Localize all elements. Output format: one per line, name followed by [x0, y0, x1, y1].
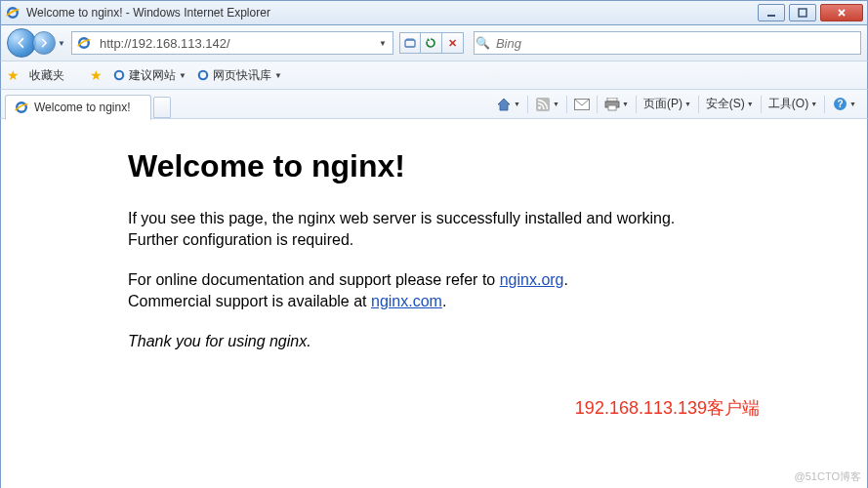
- home-icon: [496, 97, 512, 112]
- search-icon: 🔍: [475, 36, 492, 50]
- read-mail-button[interactable]: [571, 95, 593, 114]
- title-bar: Welcome to nginx! - Windows Internet Exp…: [0, 0, 868, 25]
- nginx-intro-text: If you see this page, the nginx web serv…: [128, 208, 714, 252]
- watermark: @51CTO博客: [795, 469, 861, 484]
- svg-point-9: [538, 106, 541, 109]
- tab-active[interactable]: Welcome to nginx!: [5, 95, 151, 120]
- window-title: Welcome to nginx! - Windows Internet Exp…: [26, 6, 758, 20]
- minimize-button[interactable]: [758, 4, 785, 21]
- refresh-button[interactable]: [421, 32, 442, 54]
- page-menu[interactable]: 页面(P) ▼: [641, 94, 694, 114]
- page-heading: Welcome to nginx!: [128, 148, 828, 184]
- svg-rect-2: [799, 9, 806, 17]
- svg-point-6: [199, 71, 207, 79]
- ie-icon: [5, 5, 21, 20]
- nav-bar: ▼ ▼ ✕ 🔍: [0, 25, 868, 61]
- search-box[interactable]: 🔍: [474, 31, 861, 55]
- close-button[interactable]: [820, 4, 863, 21]
- rss-icon: [535, 97, 551, 112]
- fav-suggested-sites[interactable]: 建议网站 ▼: [112, 67, 186, 84]
- favorites-bar: ★ 收藏夹 ★ 建议网站 ▼ 网页快讯库 ▼: [0, 61, 868, 90]
- feeds-button[interactable]: ▼: [532, 95, 562, 114]
- address-controls: ✕: [399, 32, 464, 54]
- safety-menu[interactable]: 安全(S) ▼: [703, 94, 757, 114]
- nginx-doc-text: For online documentation and support ple…: [128, 269, 714, 313]
- tools-menu[interactable]: 工具(O) ▼: [765, 94, 820, 114]
- nginx-org-link[interactable]: nginx.org: [500, 271, 564, 288]
- favorites-star-icon[interactable]: ★: [7, 67, 20, 83]
- stop-button[interactable]: ✕: [442, 32, 464, 54]
- maximize-button[interactable]: [789, 4, 816, 21]
- nginx-thanks-text: Thank you for using nginx.: [128, 331, 714, 352]
- favorites-label[interactable]: 收藏夹: [29, 67, 64, 84]
- fav-web-slice[interactable]: 网页快讯库 ▼: [196, 67, 282, 84]
- svg-rect-4: [405, 40, 415, 47]
- command-bar: Welcome to nginx! ▼ ▼ ▼ 页面(P) ▼ 安全(S) ▼ …: [0, 90, 868, 119]
- nginx-com-link[interactable]: nginx.com: [371, 293, 442, 309]
- favorites-add-icon[interactable]: ★: [90, 67, 103, 83]
- svg-point-5: [115, 71, 123, 79]
- nav-history-dropdown[interactable]: ▼: [58, 39, 65, 48]
- client-annotation: 192.168.113.139客户端: [575, 396, 760, 420]
- svg-rect-1: [767, 15, 775, 17]
- page-content: Welcome to nginx! If you see this page, …: [0, 119, 868, 488]
- tab-icon: [14, 100, 29, 115]
- help-button[interactable]: ?▼: [829, 95, 859, 114]
- search-input[interactable]: [492, 34, 860, 53]
- tab-title: Welcome to nginx!: [34, 101, 131, 114]
- help-icon: ?: [832, 97, 847, 112]
- svg-text:?: ?: [837, 99, 843, 109]
- window-controls: [758, 4, 863, 21]
- mail-icon: [574, 97, 590, 112]
- svg-rect-11: [607, 98, 617, 102]
- forward-button[interactable]: [32, 31, 56, 55]
- print-icon: [604, 97, 620, 112]
- address-bar[interactable]: ▼: [71, 31, 393, 55]
- address-dropdown[interactable]: ▼: [373, 39, 393, 48]
- site-icon: [76, 35, 92, 51]
- print-button[interactable]: ▼: [601, 95, 632, 114]
- compat-button[interactable]: [399, 32, 421, 54]
- svg-rect-13: [608, 105, 616, 110]
- new-tab-button[interactable]: [153, 97, 171, 118]
- url-input[interactable]: [96, 34, 373, 53]
- home-button[interactable]: ▼: [493, 95, 523, 114]
